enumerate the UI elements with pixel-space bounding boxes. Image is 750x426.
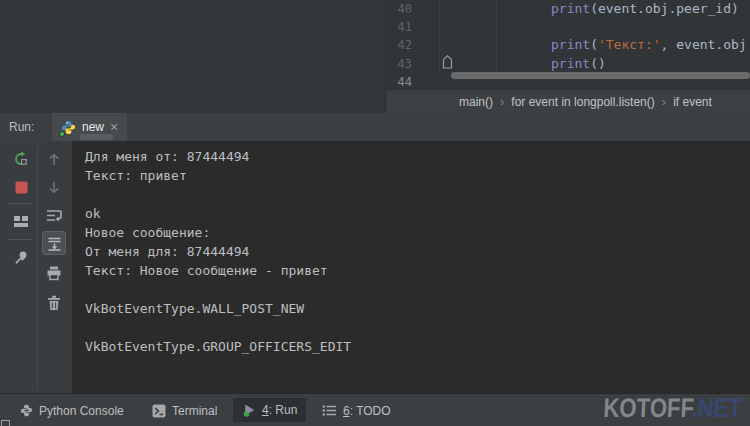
- run-console-output[interactable]: Для меня от: 87444494Текст: привет okНов…: [72, 141, 750, 393]
- up-arrow-icon[interactable]: [44, 149, 64, 169]
- pycharm-window: 40print(event.obj.peer_id)4142print('Тек…: [0, 0, 750, 426]
- code-line[interactable]: 41: [386, 18, 750, 36]
- watermark-text-gray: KOTOFF: [603, 393, 692, 423]
- statusbar-label: 4: Run: [262, 403, 297, 417]
- statusbar-run-button[interactable]: 4: Run: [233, 398, 306, 422]
- clear-all-icon[interactable]: [44, 293, 64, 313]
- code-text: print(event.obj.peer_id): [412, 0, 739, 18]
- statusbar-label: 6: TODO: [343, 404, 391, 418]
- terminal-icon: [152, 404, 166, 418]
- console-output-line: Новое сообщение:: [85, 223, 750, 242]
- chevron-right-icon: ›: [662, 94, 666, 109]
- line-number: 42: [386, 36, 412, 54]
- console-output-line: Текст: привет: [85, 166, 750, 185]
- editor-horizontal-scrollbar[interactable]: [451, 72, 750, 79]
- kotoff-watermark: KOTOFF.NET: [603, 393, 743, 424]
- close-icon[interactable]: ×: [110, 120, 118, 134]
- todo-list-icon: [322, 404, 337, 417]
- statusbar-label: Terminal: [172, 404, 217, 418]
- running-indicator-dot: [59, 131, 65, 137]
- run-toolwindow-icon: [242, 403, 256, 417]
- code-text: [412, 18, 551, 36]
- line-number: 40: [386, 0, 412, 18]
- console-output-line: [85, 318, 750, 337]
- statusbar-todo-button[interactable]: 6: TODO: [322, 394, 391, 426]
- chevron-right-icon: ›: [500, 94, 504, 109]
- code-text: print('Текст:', event.obj: [412, 36, 747, 54]
- console-output-line: ok: [85, 204, 750, 223]
- code-line[interactable]: 42print('Текст:', event.obj: [386, 36, 750, 54]
- toolwindow-switcher-icon[interactable]: [1, 420, 10, 426]
- console-output-line: Текст: Новое сообщение - привет: [85, 261, 750, 280]
- breadcrumb-item[interactable]: for event in longpoll.listen(): [511, 95, 654, 109]
- line-number: 43: [386, 55, 412, 73]
- splitter-handle[interactable]: [80, 134, 113, 140]
- toolbar-separator: [8, 239, 32, 240]
- toolbar-separator: [8, 203, 32, 204]
- pin-icon[interactable]: [11, 247, 31, 267]
- watermark-text-blue: .NET: [691, 393, 743, 423]
- scroll-to-end-icon[interactable]: [42, 231, 66, 255]
- stop-icon[interactable]: [11, 177, 31, 197]
- line-number: 44: [386, 73, 412, 90]
- breadcrumb[interactable]: main()›for event in longpoll.listen()›if…: [386, 90, 750, 113]
- statusbar-label: Python Console: [39, 404, 124, 418]
- line-number: 41: [386, 18, 412, 36]
- console-output-line: [85, 280, 750, 299]
- run-tab-title: new: [82, 120, 104, 134]
- console-output-line: VkBotEventType.GROUP_OFFICERS_EDIT: [85, 337, 750, 356]
- breadcrumb-item[interactable]: if event: [673, 95, 712, 109]
- indent-guide: [496, 0, 497, 72]
- run-toolwindow-body: Для меня от: 87444494Текст: привет okНов…: [0, 141, 750, 393]
- run-toolwindow-title: Run:: [9, 113, 34, 141]
- console-output-line: [85, 185, 750, 204]
- print-icon[interactable]: [44, 263, 64, 283]
- run-toolbar: [0, 141, 72, 393]
- statusbar-terminal-button[interactable]: Terminal: [152, 394, 217, 426]
- toolbar-divider: [37, 145, 38, 389]
- rerun-icon[interactable]: [11, 149, 31, 169]
- soft-wrap-icon[interactable]: [44, 205, 64, 225]
- console-output-line: VkBotEventType.WALL_POST_NEW: [85, 299, 750, 318]
- restore-layout-icon[interactable]: [11, 211, 31, 231]
- python-icon: [61, 120, 76, 135]
- down-arrow-icon[interactable]: [44, 177, 64, 197]
- statusbar-python-console-button[interactable]: Python Console: [20, 394, 124, 426]
- editor-stack: 40print(event.obj.peer_id)4142print('Тек…: [386, 0, 750, 113]
- breadcrumb-item[interactable]: main(): [459, 95, 493, 109]
- top-area: 40print(event.obj.peer_id)4142print('Тек…: [0, 0, 750, 113]
- console-output-line: Для меня от: 87444494: [85, 147, 750, 166]
- indent-guide: [439, 0, 440, 72]
- console-output-line: От меня для: 87444494: [85, 242, 750, 261]
- bookmark-icon[interactable]: [441, 54, 454, 69]
- empty-editor-panel: [0, 0, 386, 113]
- code-line[interactable]: 40print(event.obj.peer_id): [386, 0, 750, 18]
- python-console-icon: [20, 404, 33, 417]
- code-editor[interactable]: 40print(event.obj.peer_id)4142print('Тек…: [386, 0, 750, 90]
